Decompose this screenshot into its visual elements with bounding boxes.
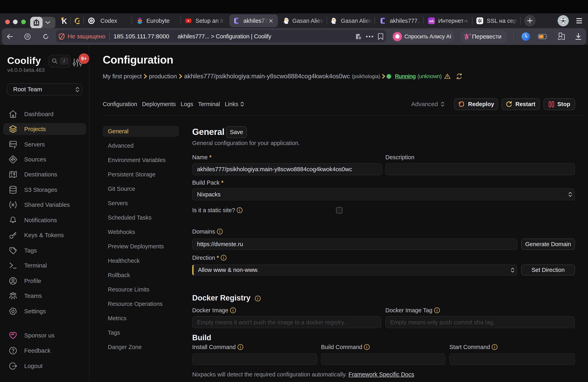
svg-text:11: 11 (34, 20, 39, 25)
svg-text:wb: wb (429, 19, 434, 23)
svg-text:K: K (62, 17, 67, 25)
svg-text:Я: Я (26, 35, 29, 39)
